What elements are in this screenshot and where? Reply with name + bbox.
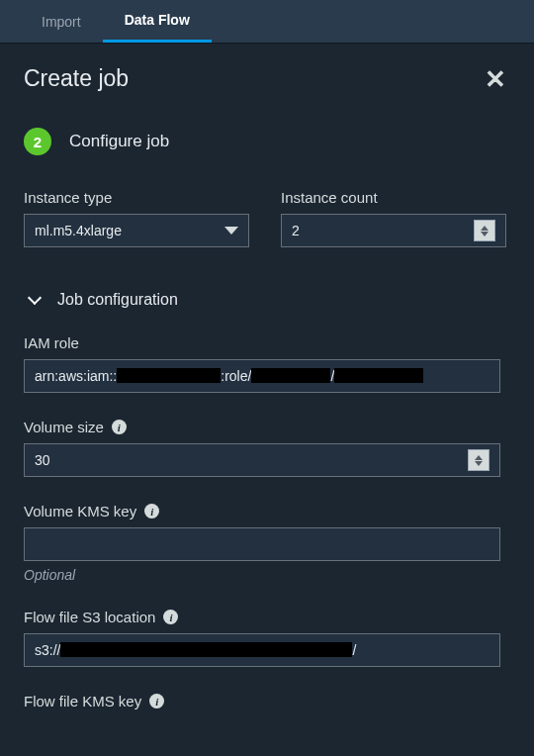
info-icon[interactable]: i bbox=[112, 420, 127, 434]
iam-role-field: IAM role arn:aws:iam:::role// bbox=[24, 334, 500, 393]
top-tabs: Import Data Flow bbox=[0, 0, 534, 44]
volume-kms-label: Volume KMS key i bbox=[24, 503, 500, 520]
volume-kms-input[interactable] bbox=[24, 527, 500, 561]
flow-s3-value: s3:/// bbox=[35, 642, 356, 658]
page-body: Create job ✕ 2 Configure job Instance ty… bbox=[0, 44, 534, 741]
instance-count-value: 2 bbox=[292, 223, 300, 238]
volume-kms-helper: Optional bbox=[24, 567, 500, 583]
volume-kms-text[interactable] bbox=[35, 536, 490, 552]
step-number-badge: 2 bbox=[24, 128, 51, 155]
instance-row: Instance type ml.m5.4xlarge Instance cou… bbox=[24, 189, 510, 273]
step-title: Configure job bbox=[69, 132, 169, 151]
stepper-buttons-icon[interactable] bbox=[468, 449, 490, 471]
chevron-down-icon bbox=[224, 227, 238, 235]
volume-size-label: Volume size i bbox=[24, 419, 500, 435]
info-icon[interactable]: i bbox=[149, 694, 164, 709]
iam-role-label: IAM role bbox=[24, 334, 500, 351]
chevron-down-icon bbox=[481, 232, 489, 236]
volume-kms-field: Volume KMS key i Optional bbox=[24, 503, 500, 583]
instance-type-value: ml.m5.4xlarge bbox=[35, 223, 122, 238]
job-config-toggle[interactable]: Job configuration bbox=[30, 291, 510, 309]
flow-s3-field: Flow file S3 location i s3:/// bbox=[24, 609, 500, 667]
flow-kms-label: Flow file KMS key i bbox=[24, 693, 500, 709]
step-header: 2 Configure job bbox=[24, 128, 510, 155]
page-title: Create job bbox=[24, 65, 129, 92]
volume-size-stepper[interactable]: 30 bbox=[24, 443, 500, 477]
page-header: Create job ✕ bbox=[24, 65, 510, 92]
volume-size-field: Volume size i 30 bbox=[24, 419, 500, 477]
info-icon[interactable]: i bbox=[163, 610, 178, 624]
iam-role-value: arn:aws:iam:::role// bbox=[35, 368, 423, 384]
chevron-up-icon bbox=[481, 226, 489, 231]
close-icon[interactable]: ✕ bbox=[485, 65, 510, 89]
tab-data-flow[interactable]: Data Flow bbox=[103, 0, 212, 43]
info-icon[interactable]: i bbox=[144, 504, 159, 519]
instance-count-label: Instance count bbox=[281, 189, 506, 206]
flow-kms-field: Flow file KMS key i bbox=[24, 693, 500, 717]
tab-import[interactable]: Import bbox=[20, 0, 103, 43]
instance-count-stepper[interactable]: 2 bbox=[281, 214, 506, 247]
instance-type-label: Instance type bbox=[24, 189, 249, 206]
instance-type-select[interactable]: ml.m5.4xlarge bbox=[24, 214, 249, 247]
flow-s3-label: Flow file S3 location i bbox=[24, 609, 500, 625]
instance-type-field: Instance type ml.m5.4xlarge bbox=[24, 189, 249, 247]
chevron-up-icon bbox=[475, 455, 483, 460]
flow-s3-input[interactable]: s3:/// bbox=[24, 633, 500, 667]
chevron-down-icon bbox=[28, 291, 42, 305]
volume-size-value: 30 bbox=[35, 452, 50, 468]
job-config-title: Job configuration bbox=[57, 291, 178, 309]
chevron-down-icon bbox=[475, 461, 483, 466]
iam-role-input[interactable]: arn:aws:iam:::role// bbox=[24, 359, 500, 393]
stepper-buttons-icon[interactable] bbox=[474, 220, 495, 241]
instance-count-field: Instance count 2 bbox=[281, 189, 506, 247]
